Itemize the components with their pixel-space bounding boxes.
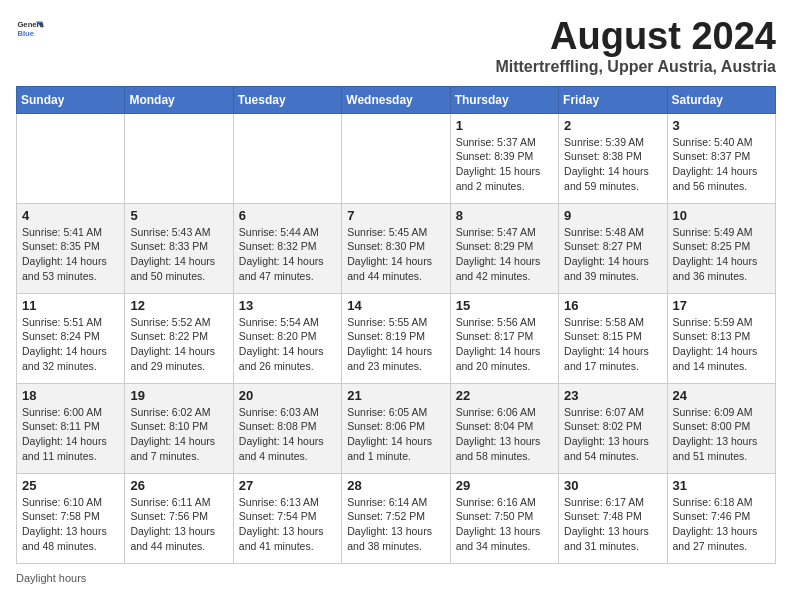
day-number: 9 [564,208,661,223]
day-number: 28 [347,478,444,493]
page-subtitle: Mittertreffling, Upper Austria, Austria [495,58,776,76]
day-number: 30 [564,478,661,493]
day-info: Sunrise: 6:11 AM Sunset: 7:56 PM Dayligh… [130,495,227,554]
page-title: August 2024 [495,16,776,58]
day-info: Sunrise: 5:49 AM Sunset: 8:25 PM Dayligh… [673,225,770,284]
calendar-cell: 30Sunrise: 6:17 AM Sunset: 7:48 PM Dayli… [559,473,667,563]
calendar-cell: 14Sunrise: 5:55 AM Sunset: 8:19 PM Dayli… [342,293,450,383]
day-info: Sunrise: 5:45 AM Sunset: 8:30 PM Dayligh… [347,225,444,284]
calendar-cell: 8Sunrise: 5:47 AM Sunset: 8:29 PM Daylig… [450,203,558,293]
day-info: Sunrise: 6:07 AM Sunset: 8:02 PM Dayligh… [564,405,661,464]
calendar-cell: 4Sunrise: 5:41 AM Sunset: 8:35 PM Daylig… [17,203,125,293]
day-info: Sunrise: 5:44 AM Sunset: 8:32 PM Dayligh… [239,225,336,284]
logo: General Blue [16,16,44,44]
day-info: Sunrise: 5:54 AM Sunset: 8:20 PM Dayligh… [239,315,336,374]
column-header-friday: Friday [559,86,667,113]
day-info: Sunrise: 6:13 AM Sunset: 7:54 PM Dayligh… [239,495,336,554]
day-info: Sunrise: 5:52 AM Sunset: 8:22 PM Dayligh… [130,315,227,374]
title-area: August 2024 Mittertreffling, Upper Austr… [495,16,776,76]
day-number: 14 [347,298,444,313]
calendar-cell: 29Sunrise: 6:16 AM Sunset: 7:50 PM Dayli… [450,473,558,563]
column-header-saturday: Saturday [667,86,775,113]
day-info: Sunrise: 6:10 AM Sunset: 7:58 PM Dayligh… [22,495,119,554]
calendar-week-2: 4Sunrise: 5:41 AM Sunset: 8:35 PM Daylig… [17,203,776,293]
calendar-cell [233,113,341,203]
calendar-cell: 26Sunrise: 6:11 AM Sunset: 7:56 PM Dayli… [125,473,233,563]
day-info: Sunrise: 6:17 AM Sunset: 7:48 PM Dayligh… [564,495,661,554]
calendar-body: 1Sunrise: 5:37 AM Sunset: 8:39 PM Daylig… [17,113,776,563]
day-info: Sunrise: 5:41 AM Sunset: 8:35 PM Dayligh… [22,225,119,284]
day-number: 19 [130,388,227,403]
calendar-cell: 27Sunrise: 6:13 AM Sunset: 7:54 PM Dayli… [233,473,341,563]
day-number: 11 [22,298,119,313]
day-info: Sunrise: 5:47 AM Sunset: 8:29 PM Dayligh… [456,225,553,284]
day-number: 5 [130,208,227,223]
calendar-cell: 2Sunrise: 5:39 AM Sunset: 8:38 PM Daylig… [559,113,667,203]
day-info: Sunrise: 5:39 AM Sunset: 8:38 PM Dayligh… [564,135,661,194]
day-info: Sunrise: 5:37 AM Sunset: 8:39 PM Dayligh… [456,135,553,194]
calendar-cell: 12Sunrise: 5:52 AM Sunset: 8:22 PM Dayli… [125,293,233,383]
day-info: Sunrise: 6:03 AM Sunset: 8:08 PM Dayligh… [239,405,336,464]
day-number: 29 [456,478,553,493]
calendar-cell: 20Sunrise: 6:03 AM Sunset: 8:08 PM Dayli… [233,383,341,473]
header: General Blue August 2024 Mittertreffling… [16,16,776,76]
day-number: 2 [564,118,661,133]
day-number: 25 [22,478,119,493]
day-info: Sunrise: 6:00 AM Sunset: 8:11 PM Dayligh… [22,405,119,464]
calendar-cell [17,113,125,203]
calendar-cell: 5Sunrise: 5:43 AM Sunset: 8:33 PM Daylig… [125,203,233,293]
day-number: 27 [239,478,336,493]
calendar-cell: 6Sunrise: 5:44 AM Sunset: 8:32 PM Daylig… [233,203,341,293]
calendar-cell: 18Sunrise: 6:00 AM Sunset: 8:11 PM Dayli… [17,383,125,473]
day-number: 8 [456,208,553,223]
day-number: 1 [456,118,553,133]
day-number: 13 [239,298,336,313]
day-number: 23 [564,388,661,403]
calendar-cell: 19Sunrise: 6:02 AM Sunset: 8:10 PM Dayli… [125,383,233,473]
footer: Daylight hours [16,572,776,584]
column-header-tuesday: Tuesday [233,86,341,113]
day-number: 15 [456,298,553,313]
calendar-cell: 21Sunrise: 6:05 AM Sunset: 8:06 PM Dayli… [342,383,450,473]
calendar-cell: 10Sunrise: 5:49 AM Sunset: 8:25 PM Dayli… [667,203,775,293]
day-number: 22 [456,388,553,403]
day-number: 4 [22,208,119,223]
calendar-cell [125,113,233,203]
calendar-week-5: 25Sunrise: 6:10 AM Sunset: 7:58 PM Dayli… [17,473,776,563]
calendar-cell: 25Sunrise: 6:10 AM Sunset: 7:58 PM Dayli… [17,473,125,563]
day-info: Sunrise: 6:06 AM Sunset: 8:04 PM Dayligh… [456,405,553,464]
calendar-cell: 15Sunrise: 5:56 AM Sunset: 8:17 PM Dayli… [450,293,558,383]
calendar-cell: 24Sunrise: 6:09 AM Sunset: 8:00 PM Dayli… [667,383,775,473]
day-number: 31 [673,478,770,493]
day-number: 16 [564,298,661,313]
calendar-cell: 7Sunrise: 5:45 AM Sunset: 8:30 PM Daylig… [342,203,450,293]
day-info: Sunrise: 6:09 AM Sunset: 8:00 PM Dayligh… [673,405,770,464]
calendar-cell: 17Sunrise: 5:59 AM Sunset: 8:13 PM Dayli… [667,293,775,383]
calendar-cell: 3Sunrise: 5:40 AM Sunset: 8:37 PM Daylig… [667,113,775,203]
calendar-cell: 13Sunrise: 5:54 AM Sunset: 8:20 PM Dayli… [233,293,341,383]
column-header-wednesday: Wednesday [342,86,450,113]
calendar-cell: 31Sunrise: 6:18 AM Sunset: 7:46 PM Dayli… [667,473,775,563]
day-number: 6 [239,208,336,223]
svg-text:Blue: Blue [17,29,34,38]
calendar-cell: 23Sunrise: 6:07 AM Sunset: 8:02 PM Dayli… [559,383,667,473]
calendar-week-1: 1Sunrise: 5:37 AM Sunset: 8:39 PM Daylig… [17,113,776,203]
day-number: 17 [673,298,770,313]
day-info: Sunrise: 5:51 AM Sunset: 8:24 PM Dayligh… [22,315,119,374]
calendar-cell: 11Sunrise: 5:51 AM Sunset: 8:24 PM Dayli… [17,293,125,383]
svg-text:General: General [17,20,44,29]
day-info: Sunrise: 5:56 AM Sunset: 8:17 PM Dayligh… [456,315,553,374]
day-number: 20 [239,388,336,403]
day-info: Sunrise: 5:48 AM Sunset: 8:27 PM Dayligh… [564,225,661,284]
calendar-week-3: 11Sunrise: 5:51 AM Sunset: 8:24 PM Dayli… [17,293,776,383]
day-info: Sunrise: 6:16 AM Sunset: 7:50 PM Dayligh… [456,495,553,554]
column-header-sunday: Sunday [17,86,125,113]
day-number: 10 [673,208,770,223]
day-number: 18 [22,388,119,403]
day-info: Sunrise: 5:59 AM Sunset: 8:13 PM Dayligh… [673,315,770,374]
day-number: 7 [347,208,444,223]
calendar-cell: 28Sunrise: 6:14 AM Sunset: 7:52 PM Dayli… [342,473,450,563]
footer-text: Daylight hours [16,572,86,584]
day-number: 12 [130,298,227,313]
day-info: Sunrise: 5:58 AM Sunset: 8:15 PM Dayligh… [564,315,661,374]
